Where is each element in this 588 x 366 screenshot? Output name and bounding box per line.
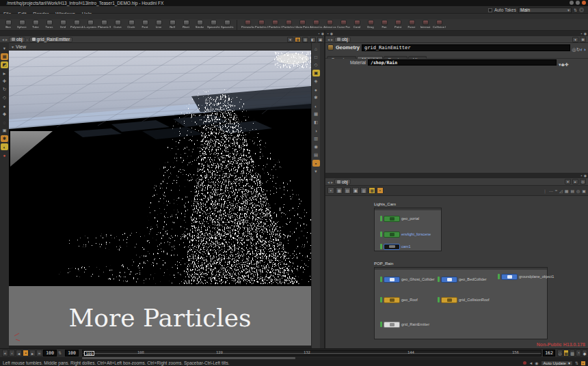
shelf-tool[interactable]: Fireworks <box>241 19 254 31</box>
snap-toggle-icon[interactable]: ▦ <box>295 37 301 42</box>
viewport-menu-icon[interactable]: ▾ <box>312 168 320 175</box>
orientation-icon[interactable]: ◌ <box>1 119 8 126</box>
shelf-tool[interactable]: Particles fr... <box>282 19 295 31</box>
snap-view-icon[interactable]: ◧ <box>312 119 320 126</box>
playhead[interactable]: 100 <box>84 351 94 356</box>
shelf-tool[interactable]: Font <box>138 19 152 31</box>
shelf-tool[interactable]: Collision B... <box>432 19 446 31</box>
node-display-flag[interactable] <box>380 244 382 249</box>
shelf-tool[interactable]: Auto Patrol <box>295 19 309 31</box>
node-tile[interactable] <box>384 322 400 328</box>
node-display-flag[interactable] <box>380 297 382 302</box>
grid-toggle-icon[interactable]: ▦ <box>312 111 320 117</box>
clipping-icon[interactable]: ▤ <box>312 152 320 158</box>
net-wave-icon[interactable]: ≈ <box>555 188 557 193</box>
minimize-icon[interactable] <box>570 1 574 5</box>
node-name-field[interactable]: grid_RainEmitter <box>362 44 570 51</box>
materials-icon[interactable]: ◐ <box>312 102 320 109</box>
audio-icon[interactable]: ◄ <box>529 361 533 365</box>
shelf-tool[interactable]: Circle <box>124 19 138 31</box>
shelf-tool[interactable]: Tube <box>29 19 42 31</box>
pane-maximize-icon[interactable]: ▪ <box>581 173 583 178</box>
network-node[interactable]: grid_RainEmitter <box>380 321 429 328</box>
snap-options-icon[interactable]: ◆ <box>1 111 8 117</box>
net-rows-icon[interactable]: ▤ <box>570 188 574 193</box>
take-selector[interactable]: Main ▾ <box>518 8 572 13</box>
network-editor-canvas[interactable]: Lights_Cam geo_portal envlight_forscene … <box>325 196 588 348</box>
net-badge-icon-5[interactable]: ▥ <box>360 187 367 194</box>
end-frame-field[interactable]: 162 <box>543 350 555 356</box>
shelf-tool[interactable]: Point <box>391 19 405 31</box>
back-icon[interactable]: ◂ <box>328 37 330 42</box>
shelf-tool[interactable]: Fan <box>377 19 391 31</box>
node-tile[interactable] <box>384 297 400 303</box>
play-icon[interactable]: ▸ <box>29 350 36 356</box>
message-log-icon[interactable]: ◉ <box>535 361 538 365</box>
move-tool-icon[interactable]: ✚ <box>1 78 8 85</box>
node-display-flag[interactable] <box>380 216 382 221</box>
net-frame-icon[interactable]: ▣ <box>582 188 586 193</box>
shelf-tool[interactable]: Rivet <box>179 19 193 31</box>
back-icon[interactable]: ◂ <box>2 37 4 42</box>
net-badge-icon-2[interactable]: ▦ <box>336 187 343 194</box>
node-display-flag[interactable] <box>380 322 382 327</box>
render-view-icon[interactable]: ✱ <box>1 135 8 142</box>
node-display-flag[interactable] <box>380 277 382 282</box>
update-mode-selector[interactable]: Auto Update ▾ <box>541 361 573 366</box>
frame-selected-icon[interactable]: □ <box>312 53 320 60</box>
net-dots-icon[interactable]: ⋮ <box>543 188 547 193</box>
frame-options-icon[interactable]: ▣ <box>317 37 323 42</box>
maximize-icon[interactable] <box>576 1 580 5</box>
net-badge-icon-4[interactable]: ▣ <box>352 187 359 194</box>
shelf-tool[interactable]: Platonic S... <box>97 19 111 31</box>
fov-icon[interactable]: ◉ <box>312 143 320 150</box>
scrollbar-thumb[interactable] <box>82 357 295 359</box>
playbar-options-icon[interactable]: ◆ <box>582 350 587 356</box>
rotate-tool-icon[interactable]: ↻ <box>1 86 8 93</box>
shelf-tool[interactable]: Null <box>165 19 179 31</box>
play-reverse-icon[interactable]: ◂ <box>16 350 22 356</box>
net-diag-icon[interactable]: ◿ <box>559 188 563 193</box>
shelf-tool[interactable]: Curve Force <box>336 19 350 31</box>
handles-icon[interactable]: ▣ <box>1 127 8 134</box>
shaded-icon[interactable]: ● <box>312 86 320 93</box>
shelf-tool[interactable]: Line <box>152 19 165 31</box>
shelf-tool[interactable]: Attract to... <box>309 19 323 31</box>
shelf-tool[interactable]: Curve <box>111 19 124 31</box>
network-node[interactable]: geo_Roof <box>380 296 418 303</box>
network-node[interactable]: grid_CollisionRoof <box>438 296 490 303</box>
network-node[interactable]: cam1 <box>380 243 410 250</box>
set-key-icon[interactable]: ▦ <box>563 350 569 356</box>
update-spinner-icon[interactable]: ⇅ <box>575 361 578 365</box>
start-frame-field[interactable]: 100 <box>43 350 57 356</box>
forward-icon[interactable]: ▸ <box>5 37 8 42</box>
search-icon[interactable]: ◎ <box>580 179 586 184</box>
network-node[interactable]: groundplane_object1 <box>498 273 554 280</box>
tool-dropdown-icon[interactable]: ▾ <box>1 45 8 52</box>
pane-menu-icon[interactable]: ◉ <box>584 31 587 36</box>
node-tile[interactable] <box>441 277 457 283</box>
step-back-icon[interactable]: ‹ <box>9 350 15 356</box>
jump-end-icon[interactable]: » <box>36 350 42 356</box>
node-display-flag[interactable] <box>380 231 382 237</box>
node-tile[interactable] <box>384 216 400 222</box>
viewport-canvas[interactable]: More Particles <box>9 51 311 348</box>
shelf-tool[interactable]: Interact <box>418 19 432 31</box>
grid-options-icon[interactable]: ▥ <box>302 37 308 42</box>
stop-icon[interactable]: ▪ <box>23 350 29 356</box>
path-root-chip[interactable]: obj <box>334 179 351 184</box>
forward-icon[interactable]: ▸ <box>331 180 333 184</box>
shelf-tool[interactable]: Stroke <box>193 19 206 31</box>
net-grid-icon[interactable]: ▦ <box>565 188 569 193</box>
shelf-tool[interactable]: Box <box>1 19 15 31</box>
shelf-tool[interactable]: Particles fr... <box>268 19 282 31</box>
node-tile[interactable] <box>384 244 400 250</box>
param-world-icon[interactable]: ◑ <box>583 47 586 52</box>
pose-tool-icon[interactable]: ● <box>1 102 8 109</box>
forward-icon[interactable]: ▸ <box>331 37 333 42</box>
shelf-tool[interactable]: Spaceshi... <box>206 19 220 31</box>
select-tool-icon[interactable]: ► <box>1 70 8 76</box>
node-display-flag[interactable] <box>498 274 500 279</box>
close-icon[interactable] <box>582 1 586 5</box>
layout-icon[interactable]: ◧ <box>310 37 316 42</box>
